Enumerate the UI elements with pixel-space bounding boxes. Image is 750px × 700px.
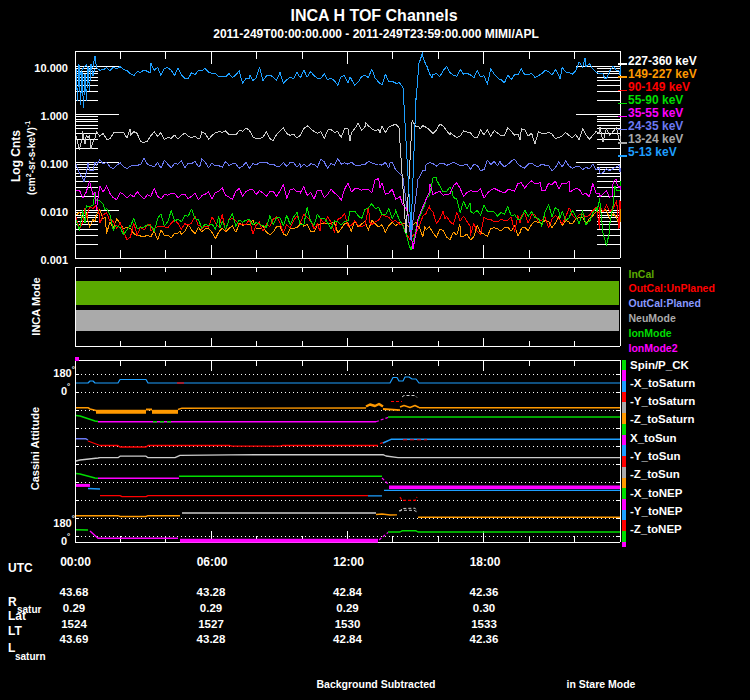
svg-text:INCA Mode: INCA Mode	[30, 277, 42, 335]
svg-text:in Stare Mode: in Stare Mode	[567, 678, 636, 690]
svg-text:0.29: 0.29	[336, 602, 358, 614]
svg-text:-Y_toSaturn: -Y_toSaturn	[630, 395, 695, 407]
svg-text:LT: LT	[8, 624, 22, 638]
svg-text:OutCal:UnPlaned: OutCal:UnPlaned	[629, 282, 715, 294]
svg-text:Log Cnts: Log Cnts	[9, 130, 23, 182]
svg-text:13-24 keV: 13-24 keV	[628, 132, 683, 146]
svg-text:IonMode: IonMode	[629, 327, 672, 339]
svg-text:1.000: 1.000	[40, 110, 68, 122]
svg-text:-Z_toSaturn: -Z_toSaturn	[630, 413, 695, 425]
svg-text:UTC: UTC	[8, 561, 33, 575]
svg-text:180: 180	[53, 517, 71, 529]
svg-text:0.100: 0.100	[40, 158, 68, 170]
svg-text:INCA H TOF Channels: INCA H TOF Channels	[290, 7, 457, 24]
svg-text:(cm2-sr-s-keV)-1: (cm2-sr-s-keV)-1	[24, 121, 37, 195]
svg-text:0.010: 0.010	[40, 206, 68, 218]
svg-text:35-55 keV: 35-55 keV	[628, 106, 683, 120]
svg-text:1524: 1524	[61, 618, 87, 630]
svg-text:saturn: saturn	[15, 651, 46, 662]
svg-text:-Z_toSun: -Z_toSun	[630, 468, 680, 480]
svg-text:180: 180	[53, 367, 71, 379]
svg-text:°: °	[72, 365, 75, 374]
svg-text:°: °	[67, 382, 70, 391]
svg-text:-X_toNEP: -X_toNEP	[630, 487, 683, 499]
svg-text:90-149 keV: 90-149 keV	[628, 80, 690, 94]
svg-text:06:00: 06:00	[197, 555, 228, 569]
svg-text:IonMode2: IonMode2	[629, 342, 678, 354]
svg-text:5-13 keV: 5-13 keV	[628, 145, 677, 159]
svg-text:Spin/P_CK: Spin/P_CK	[630, 359, 689, 371]
svg-text:0.29: 0.29	[63, 602, 85, 614]
svg-text:43.68: 43.68	[60, 586, 89, 598]
svg-text:43.69: 43.69	[60, 633, 89, 645]
svg-text:12:00: 12:00	[333, 555, 364, 569]
svg-text:10.000: 10.000	[34, 62, 68, 74]
svg-text:2011-249T00:00:00.000 - 2011-2: 2011-249T00:00:00.000 - 2011-249T23:59:0…	[213, 27, 539, 41]
svg-text:1530: 1530	[335, 618, 361, 630]
svg-text:°: °	[72, 514, 75, 523]
svg-text:24-35 keV: 24-35 keV	[628, 119, 683, 133]
svg-text:42.84: 42.84	[333, 586, 362, 598]
svg-text:00:00: 00:00	[60, 555, 91, 569]
svg-text:Background Subtracted: Background Subtracted	[316, 678, 435, 690]
svg-text:InCal: InCal	[629, 268, 655, 280]
svg-text:NeuMode: NeuMode	[629, 312, 676, 324]
svg-text:42.36: 42.36	[470, 633, 499, 645]
svg-text:1527: 1527	[198, 618, 224, 630]
svg-text:18:00: 18:00	[470, 555, 501, 569]
svg-text:227-360 keV: 227-360 keV	[628, 54, 697, 68]
svg-text:Lat: Lat	[8, 609, 26, 623]
svg-text:55-90 keV: 55-90 keV	[628, 93, 683, 107]
svg-text:43.28: 43.28	[197, 633, 226, 645]
svg-text:149-227 keV: 149-227 keV	[628, 67, 697, 81]
svg-text:42.84: 42.84	[333, 633, 362, 645]
svg-text:-Y_toNEP: -Y_toNEP	[630, 505, 683, 517]
svg-text:-Y_toSun: -Y_toSun	[630, 450, 680, 462]
svg-text:-Z_toNEP: -Z_toNEP	[630, 523, 682, 535]
svg-text:1533: 1533	[471, 618, 497, 630]
svg-text:42.36: 42.36	[470, 586, 499, 598]
svg-text:0.29: 0.29	[200, 602, 222, 614]
svg-text:OutCal:Planed: OutCal:Planed	[629, 297, 701, 309]
svg-text:X_toSun: X_toSun	[630, 432, 677, 444]
svg-text:43.28: 43.28	[197, 586, 226, 598]
svg-text:Cassini Attitude: Cassini Attitude	[29, 407, 41, 490]
svg-text:0.001: 0.001	[40, 254, 68, 266]
svg-text:-X_toSaturn: -X_toSaturn	[630, 377, 695, 389]
svg-text:°: °	[67, 532, 70, 541]
svg-text:0.30: 0.30	[473, 602, 495, 614]
svg-text:R: R	[8, 595, 17, 609]
